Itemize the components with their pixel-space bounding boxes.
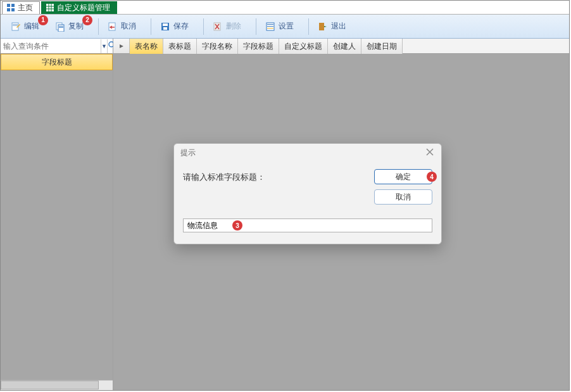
sidebar-list bbox=[1, 70, 113, 390]
toolbar-separator bbox=[98, 18, 99, 35]
edit-icon bbox=[10, 21, 22, 32]
toolbar-separator bbox=[203, 18, 204, 35]
search-row: ▼ bbox=[1, 39, 113, 54]
tab-home[interactable]: 主页 bbox=[2, 1, 40, 14]
edit-label: 编辑 bbox=[24, 21, 39, 32]
sidebar-scrollbar[interactable] bbox=[1, 380, 113, 390]
dialog-close-button[interactable] bbox=[425, 147, 436, 158]
svg-rect-26 bbox=[267, 28, 273, 28]
copy-icon bbox=[54, 21, 66, 32]
settings-icon bbox=[265, 21, 276, 32]
svg-rect-14 bbox=[59, 26, 63, 27]
sidebar: ▼ 字段标题 bbox=[1, 39, 113, 390]
save-button[interactable]: 保存 bbox=[155, 17, 196, 36]
copy-button[interactable]: 复制 2 bbox=[50, 17, 91, 36]
search-dropdown[interactable]: ▼ bbox=[101, 39, 107, 53]
prompt-dialog: 提示 请输入标准字段标题： 确定 4 取消 3 bbox=[173, 143, 442, 244]
exit-icon bbox=[317, 21, 329, 32]
svg-rect-13 bbox=[58, 25, 64, 32]
svg-rect-10 bbox=[13, 24, 18, 25]
svg-rect-27 bbox=[319, 23, 324, 30]
sidebar-scrollbar-thumb[interactable] bbox=[1, 381, 99, 389]
undo-icon bbox=[107, 21, 118, 32]
svg-rect-0 bbox=[7, 4, 10, 7]
table-icon bbox=[46, 3, 54, 12]
grid-col-table-title[interactable]: 表标题 bbox=[163, 39, 197, 54]
svg-rect-25 bbox=[267, 26, 273, 27]
dialog-titlebar: 提示 bbox=[174, 144, 441, 161]
grid-col-table-name[interactable]: 表名称 bbox=[130, 39, 163, 54]
dialog-cancel-button[interactable]: 取消 bbox=[374, 189, 432, 205]
edit-button[interactable]: 编辑 1 bbox=[6, 17, 46, 36]
dialog-cancel-label: 取消 bbox=[396, 192, 411, 203]
grid-col-create-date[interactable]: 创建日期 bbox=[361, 39, 403, 54]
delete-label: 删除 bbox=[226, 21, 241, 32]
sidebar-column-header[interactable]: 字段标题 bbox=[1, 54, 113, 70]
cancel-button[interactable]: 取消 bbox=[103, 17, 143, 36]
grid-row-selector[interactable] bbox=[113, 39, 130, 53]
grid-col-creator[interactable]: 创建人 bbox=[328, 39, 361, 54]
delete-button[interactable]: 删除 bbox=[208, 17, 248, 36]
svg-rect-1 bbox=[11, 4, 15, 7]
toolbar: 编辑 1 复制 2 取消 保存 删 bbox=[1, 15, 569, 39]
toolbar-separator bbox=[308, 18, 309, 35]
dialog-title: 提示 bbox=[180, 148, 196, 158]
dialog-ok-button[interactable]: 确定 4 bbox=[374, 169, 432, 184]
grid-col-field-name[interactable]: 字段名称 bbox=[197, 39, 238, 54]
svg-rect-16 bbox=[109, 23, 115, 30]
dialog-ok-label: 确定 bbox=[396, 172, 411, 182]
copy-label: 复制 bbox=[68, 21, 84, 32]
dialog-label: 请输入标准字段标题： bbox=[183, 169, 374, 183]
svg-rect-2 bbox=[7, 8, 10, 11]
settings-button[interactable]: 设置 bbox=[260, 17, 301, 36]
settings-label: 设置 bbox=[279, 21, 294, 32]
grid-col-custom-title[interactable]: 自定义标题 bbox=[279, 39, 328, 54]
svg-rect-18 bbox=[163, 23, 168, 26]
step-badge-3: 3 bbox=[232, 220, 242, 231]
tab-custom-title-mgmt[interactable]: 自定义标题管理 bbox=[41, 1, 117, 14]
svg-rect-24 bbox=[267, 24, 273, 25]
svg-rect-4 bbox=[46, 4, 54, 11]
svg-rect-19 bbox=[163, 27, 167, 30]
tab-custom-title-mgmt-label: 自定义标题管理 bbox=[57, 3, 110, 13]
toolbar-separator bbox=[151, 18, 151, 35]
svg-rect-15 bbox=[59, 27, 63, 28]
close-icon bbox=[425, 147, 435, 157]
svg-rect-11 bbox=[13, 25, 18, 26]
toolbar-separator bbox=[256, 18, 256, 35]
save-label: 保存 bbox=[173, 21, 189, 32]
sidebar-header-label: 字段标题 bbox=[42, 57, 72, 68]
tab-bar: 主页 自定义标题管理 bbox=[1, 1, 569, 15]
step-badge-1: 1 bbox=[38, 15, 48, 25]
grid-col-field-title[interactable]: 字段标题 bbox=[238, 39, 279, 54]
step-badge-2: 2 bbox=[82, 15, 92, 25]
grid-header-row: 表名称 表标题 字段名称 字段标题 自定义标题 创建人 创建日期 bbox=[113, 39, 569, 54]
grid-icon bbox=[6, 3, 15, 12]
dialog-input[interactable] bbox=[183, 218, 432, 232]
svg-rect-3 bbox=[11, 8, 15, 11]
search-input[interactable] bbox=[1, 39, 101, 53]
step-badge-4: 4 bbox=[427, 172, 437, 182]
cancel-label: 取消 bbox=[121, 21, 136, 32]
triangle-icon bbox=[118, 43, 125, 49]
exit-button[interactable]: 退出 bbox=[313, 17, 353, 36]
delete-icon bbox=[212, 21, 223, 32]
tab-home-label: 主页 bbox=[18, 3, 33, 13]
save-icon bbox=[160, 21, 171, 32]
exit-label: 退出 bbox=[331, 21, 346, 32]
